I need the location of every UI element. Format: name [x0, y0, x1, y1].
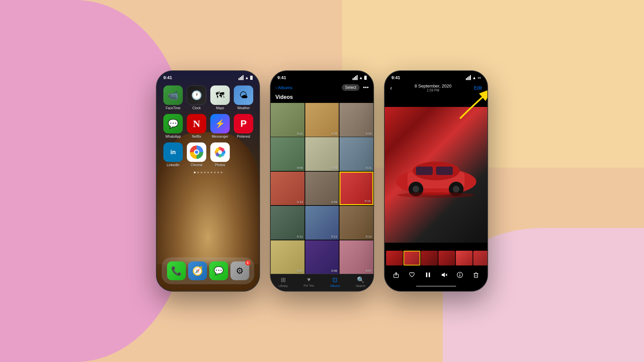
- wifi-icon: ▲: [245, 75, 249, 80]
- phone3-status-icons: ▲ ▭: [466, 75, 481, 80]
- heart-icon: [409, 272, 415, 278]
- svg-point-8: [218, 150, 222, 154]
- chrome-icon: [187, 142, 206, 162]
- video-thumb-12[interactable]: 0:14: [339, 206, 373, 240]
- select-button[interactable]: Select: [342, 84, 360, 91]
- tab-library[interactable]: ⊞ Library: [279, 276, 288, 288]
- video-thumb-1[interactable]: 0:12: [271, 103, 305, 137]
- edit-button[interactable]: Edit: [474, 85, 482, 90]
- messenger-label: Messenger: [212, 135, 228, 138]
- video-duration-4: 0:59: [297, 166, 303, 170]
- for-you-icon: ♥: [307, 276, 311, 283]
- share-icon: [393, 272, 399, 278]
- video-thumb-5[interactable]: 0:33: [305, 137, 339, 171]
- app-facetime[interactable]: 📹 FaceTime: [163, 85, 183, 110]
- app-messenger[interactable]: ⚡ Messenger: [210, 114, 230, 138]
- player-video-area[interactable]: [385, 107, 487, 243]
- tab-search[interactable]: 🔍 Search: [356, 276, 366, 288]
- video-thumb-15[interactable]: 0:07: [339, 240, 373, 274]
- film-frame-3[interactable]: [421, 251, 438, 265]
- clock-icon: 🕐: [187, 85, 206, 105]
- app-photos[interactable]: Photos: [210, 142, 230, 167]
- svg-rect-23: [429, 273, 430, 277]
- tab-albums[interactable]: ⊡ Albums: [330, 276, 340, 288]
- phone3-status-bar: 9:41 ▲ ▭: [385, 71, 487, 82]
- player-date-info: 8 September, 2020 1:59 PM: [392, 83, 474, 92]
- albums-header: ‹ Albums Select •••: [271, 82, 373, 93]
- app-maps[interactable]: 🗺 Maps: [210, 85, 230, 110]
- video-thumb-6[interactable]: 0:21: [339, 137, 373, 171]
- netflix-label: Netflix: [192, 135, 201, 138]
- svg-point-16: [413, 186, 419, 192]
- video-duration-10: 0:11: [297, 235, 303, 238]
- back-to-albums[interactable]: ‹ Albums: [275, 85, 292, 90]
- app-weather[interactable]: 🌤 Weather: [234, 85, 253, 110]
- back-chevron-icon: ‹: [275, 85, 277, 90]
- videos-title: Videos: [271, 93, 373, 103]
- video-duration-2: 0:28: [331, 132, 337, 135]
- back-label: Albums: [278, 85, 292, 90]
- video-duration-5: 0:33: [331, 166, 337, 170]
- more-options-icon[interactable]: •••: [363, 84, 369, 90]
- video-thumb-8[interactable]: 0:59: [305, 172, 339, 205]
- clock-label: Clock: [192, 106, 201, 110]
- dock-safari[interactable]: 🧭: [188, 261, 207, 280]
- player-header: ‹ 8 September, 2020 1:59 PM Edit: [385, 82, 487, 94]
- phone1-status-bar: 9:41 ▲ █: [157, 71, 259, 82]
- player-top-black: [385, 94, 487, 107]
- weather-label: Weather: [237, 106, 250, 110]
- svg-rect-22: [426, 273, 427, 277]
- mute-button[interactable]: [439, 269, 449, 280]
- photos-icon: [210, 142, 230, 162]
- dock-phone[interactable]: 📞: [167, 261, 186, 280]
- share-button[interactable]: [391, 269, 401, 280]
- messenger-icon: ⚡: [210, 114, 230, 133]
- app-chrome[interactable]: Chrome: [187, 142, 206, 167]
- car-svg: [391, 152, 481, 198]
- film-frame-1[interactable]: [386, 251, 403, 265]
- app-linkedin[interactable]: in LinkedIn: [163, 142, 183, 167]
- film-frame-5[interactable]: [456, 251, 473, 265]
- video-thumb-14[interactable]: 0:08: [305, 240, 339, 274]
- video-thumb-7[interactable]: 0:13: [271, 172, 305, 205]
- like-button[interactable]: [407, 269, 417, 280]
- phone2-battery-icon: █: [364, 76, 367, 79]
- video-thumb-3[interactable]: 0:59: [339, 103, 373, 137]
- app-whatsapp[interactable]: 💬 WhatsApp: [163, 114, 183, 138]
- battery-icon: █: [250, 76, 253, 79]
- film-strip: [385, 249, 487, 267]
- phone1-status-icons: ▲ █: [238, 75, 253, 80]
- maps-label: Maps: [216, 106, 224, 110]
- video-content: [385, 107, 487, 243]
- film-frame-6[interactable]: [473, 251, 487, 265]
- video-thumb-9[interactable]: 0:15: [339, 172, 373, 205]
- app-pinterest[interactable]: P Pinterest: [234, 114, 253, 138]
- app-netflix[interactable]: N Netflix: [187, 114, 206, 138]
- pinterest-label: Pinterest: [237, 135, 250, 138]
- app-clock[interactable]: 🕐 Clock: [187, 85, 206, 110]
- video-duration-12: 0:14: [366, 235, 372, 238]
- dock: 📞 🧭 💬 ⚙ 5: [162, 257, 254, 284]
- delete-button[interactable]: [471, 269, 481, 280]
- video-thumb-2[interactable]: 0:28: [305, 103, 339, 137]
- tab-for-you[interactable]: ♥ For You: [304, 276, 314, 288]
- video-thumb-4[interactable]: 0:59: [271, 137, 305, 171]
- video-thumb-11[interactable]: 0:11: [305, 206, 339, 240]
- video-thumb-13[interactable]: 0:17: [271, 240, 305, 274]
- weather-icon: 🌤: [234, 85, 253, 105]
- film-frame-4[interactable]: [438, 251, 455, 265]
- svg-rect-30: [474, 274, 478, 278]
- film-frame-2[interactable]: [404, 251, 420, 265]
- player-bottom-black: [385, 243, 487, 249]
- phone2-wifi-icon: ▲: [359, 75, 363, 80]
- video-duration-9: 0:15: [365, 199, 371, 203]
- info-button[interactable]: [454, 269, 465, 280]
- phone1-screen: 9:41 ▲ █ 📹: [157, 71, 259, 291]
- dock-messages[interactable]: 💬: [209, 261, 228, 280]
- linkedin-icon: in: [163, 142, 183, 162]
- videos-actions: Select •••: [342, 84, 369, 91]
- video-duration-13: 0:17: [297, 269, 303, 273]
- video-thumb-10[interactable]: 0:11: [271, 206, 305, 240]
- pause-button[interactable]: [423, 269, 433, 280]
- dock-settings[interactable]: ⚙ 5: [230, 261, 249, 280]
